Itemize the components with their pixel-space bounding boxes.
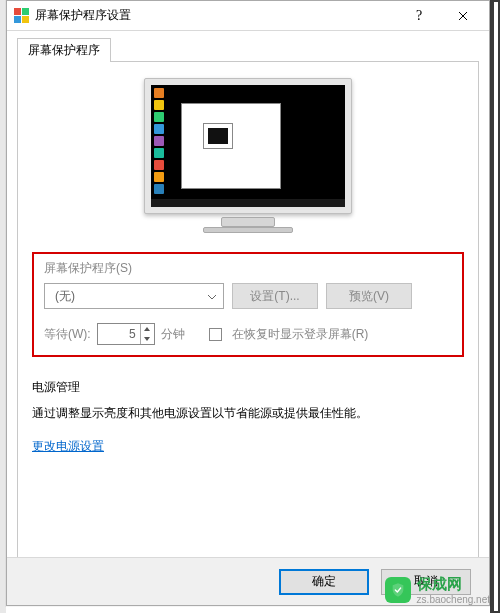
help-button[interactable]: ? bbox=[397, 2, 441, 30]
client-area: 屏幕保护程序 bbox=[7, 31, 489, 559]
chevron-down-icon bbox=[207, 291, 217, 301]
spinner-up-icon[interactable] bbox=[141, 324, 154, 334]
tab-body: 屏幕保护程序(S) (无) 设置(T)... 预览(V) 等待(W): 5 bbox=[17, 61, 479, 559]
watermark-url: zs.baocheng.net bbox=[417, 594, 490, 605]
resume-checkbox-label: 在恢复时显示登录屏幕(R) bbox=[232, 326, 369, 343]
titlebar: 屏幕保护程序设置 ? bbox=[7, 1, 489, 31]
monitor-preview bbox=[32, 72, 464, 252]
preview-button[interactable]: 预览(V) bbox=[326, 283, 412, 309]
screensaver-section-label: 屏幕保护程序(S) bbox=[44, 260, 452, 277]
watermark: 保成网 zs.baocheng.net bbox=[385, 575, 490, 605]
shield-check-icon bbox=[385, 577, 411, 603]
settings-button[interactable]: 设置(T)... bbox=[232, 283, 318, 309]
wait-label: 等待(W): bbox=[44, 326, 91, 343]
window-icon bbox=[13, 8, 29, 24]
screensaver-selected: (无) bbox=[55, 288, 75, 305]
tab-screensaver[interactable]: 屏幕保护程序 bbox=[17, 38, 111, 62]
wait-value[interactable]: 5 bbox=[98, 324, 140, 344]
window-title: 屏幕保护程序设置 bbox=[35, 7, 397, 24]
screensaver-section-highlight: 屏幕保护程序(S) (无) 设置(T)... 预览(V) 等待(W): 5 bbox=[32, 252, 464, 357]
close-button[interactable] bbox=[441, 2, 485, 30]
ok-button[interactable]: 确定 bbox=[279, 569, 369, 595]
resume-checkbox[interactable] bbox=[209, 328, 222, 341]
wait-spinner[interactable]: 5 bbox=[97, 323, 155, 345]
screensaver-dropdown[interactable]: (无) bbox=[44, 283, 224, 309]
dialog-window: 屏幕保护程序设置 ? 屏幕保护程序 bbox=[6, 0, 490, 606]
wait-unit: 分钟 bbox=[161, 326, 185, 343]
spinner-down-icon[interactable] bbox=[141, 334, 154, 344]
watermark-brand: 保成网 bbox=[417, 575, 490, 594]
power-description: 通过调整显示亮度和其他电源设置以节省能源或提供最佳性能。 bbox=[32, 404, 464, 422]
power-section-label: 电源管理 bbox=[32, 379, 464, 396]
change-power-link[interactable]: 更改电源设置 bbox=[32, 438, 104, 455]
